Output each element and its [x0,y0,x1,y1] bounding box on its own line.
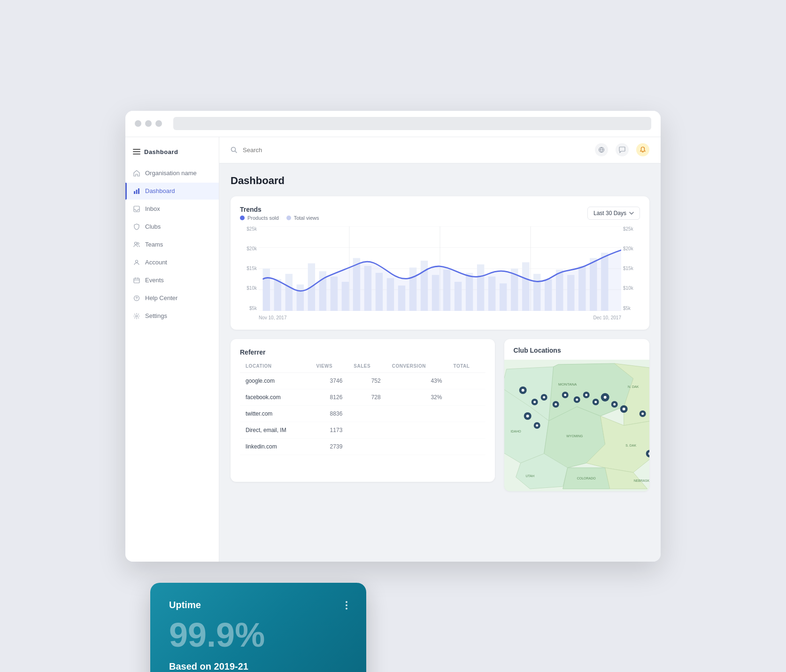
svg-point-86 [526,415,529,417]
svg-point-9 [136,299,137,300]
sidebar-label-teams: Teams [145,241,163,248]
search-input[interactable] [243,147,589,154]
help-icon [133,294,140,302]
cell-total [447,372,485,389]
sidebar-nav: Organisation name Dashboard [125,165,219,324]
svg-rect-2 [138,188,139,194]
sidebar-item-settings[interactable]: Settings [125,308,219,324]
sidebar-item-teams[interactable]: Teams [125,236,219,253]
search-icon [231,147,237,153]
trends-card: Trends Products sold Total views [231,196,649,330]
svg-text:N. DAK: N. DAK [628,385,639,388]
sidebar-item-events[interactable]: Events [125,272,219,289]
table-row: Direct, email, IM 1173 [240,422,485,438]
sidebar-label-clubs: Clubs [145,223,161,230]
trends-header-left: Trends Products sold Total views [240,206,319,221]
referrer-card: Referrer LOCATION VIEWS SALES CONVERSION… [231,339,495,482]
cell-sales: 728 [348,389,386,405]
table-row: facebook.com 8126 728 32% [240,389,485,405]
gear-icon [133,312,140,320]
table-row: twitter.com 8836 [240,405,485,422]
date-range-label: Last 30 Days [593,210,626,216]
calendar-icon [133,277,140,284]
cell-conversion [386,405,448,422]
svg-point-68 [555,403,557,405]
globe-icon-button[interactable] [595,143,608,156]
titlebar-address-bar[interactable] [173,117,651,130]
trends-card-header: Trends Products sold Total views [240,206,640,221]
hamburger-icon[interactable] [133,149,140,154]
cell-views: 2739 [310,438,348,455]
sidebar-label-organisation: Organisation name [145,170,197,177]
cell-conversion [386,438,448,455]
trends-chart: $25k $20k $15k $10k $5k $25k $20k $15k $… [240,226,640,320]
svg-rect-0 [134,191,135,194]
sidebar-label-inbox: Inbox [145,205,160,212]
inbox-icon [133,205,140,213]
chart-x-start: Nov 10, 2017 [259,315,287,320]
chart-inner [259,226,621,311]
svg-text:IDAHO: IDAHO [510,430,521,433]
chevron-down-icon [629,212,634,215]
trends-title: Trends [240,206,319,213]
date-range-dropdown[interactable]: Last 30 Days [587,207,640,220]
sidebar-label-account: Account [145,259,167,266]
app-window: Dashboard Organisation name [125,111,661,562]
referrer-table: LOCATION VIEWS SALES CONVERSION TOTAL go… [240,360,485,455]
chart-y-labels-right: $25k $20k $15k $10k $5k [623,226,640,311]
cell-total [447,405,485,422]
svg-rect-1 [136,190,138,194]
trends-legend: Products sold Total views [240,215,319,221]
cell-location: facebook.com [240,389,310,405]
sidebar-label-helpcenter: Help Center [145,294,177,301]
svg-point-4 [135,242,137,244]
chart-y-labels-left: $25k $20k $15k $10k $5k [240,226,257,311]
sidebar-label-dashboard: Dashboard [145,187,175,194]
titlebar [125,111,661,137]
cell-conversion: 43% [386,372,448,389]
svg-point-70 [564,394,566,396]
content-area: Dashboard Trends Products sold [219,163,661,562]
home-icon [133,170,140,177]
shield-icon [133,223,140,231]
map-placeholder: MONTANA N. DAK IDAHO WYOMING S. DAK UTAH… [504,360,649,491]
map-card: Club Locations [504,339,649,491]
cell-conversion: 32% [386,389,448,405]
sidebar-item-helpcenter[interactable]: Help Center [125,290,219,307]
sidebar-item-dashboard[interactable]: Dashboard [125,183,219,200]
svg-point-76 [594,401,597,403]
bell-icon-button[interactable] [636,143,649,156]
bottom-grid: Referrer LOCATION VIEWS SALES CONVERSION… [231,339,649,491]
chart-x-end: Dec 10, 2017 [593,315,622,320]
sidebar-item-inbox[interactable]: Inbox [125,201,219,217]
titlebar-dot-yellow [145,120,152,127]
cell-total [447,438,485,455]
titlebar-dot-red [135,120,141,127]
sidebar-item-account[interactable]: Account [125,254,219,271]
table-row: google.com 3746 752 43% [240,372,485,389]
svg-rect-7 [134,278,139,283]
map-title: Club Locations [504,339,649,360]
sidebar-label-events: Events [145,277,164,284]
svg-text:COLORADO: COLORADO [577,477,596,480]
user-icon [133,259,140,266]
svg-point-6 [136,260,138,263]
titlebar-dot-green [155,120,162,127]
chart-x-labels: Nov 10, 2017 Dec 10, 2017 [259,315,621,320]
cell-location: linkedin.com [240,438,310,455]
sidebar-label-settings: Settings [145,312,167,319]
chat-icon-button[interactable] [616,143,629,156]
cell-views: 1173 [310,422,348,438]
page-title: Dashboard [231,175,649,187]
svg-text:S. DAK: S. DAK [625,444,636,447]
svg-point-72 [576,398,578,401]
svg-point-62 [521,389,524,392]
svg-point-74 [585,394,587,396]
svg-text:NEBRASKA: NEBRASKA [633,479,649,482]
legend-label-products: Products sold [247,215,279,221]
svg-point-5 [137,242,139,244]
svg-point-64 [533,401,536,403]
col-sales: SALES [348,360,386,373]
sidebar-item-organisation[interactable]: Organisation name [125,165,219,182]
sidebar-item-clubs[interactable]: Clubs [125,218,219,235]
